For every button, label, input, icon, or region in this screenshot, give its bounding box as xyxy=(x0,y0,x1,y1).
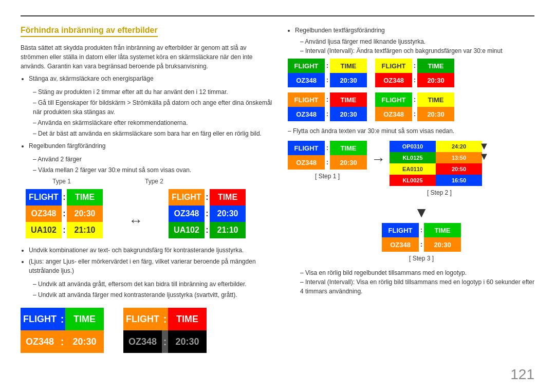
bullet-item: Stänga av, skärmsläckare och energisparl… xyxy=(29,74,272,83)
sm-oz-1: OZ348 xyxy=(288,73,325,87)
t2-oz-cell: OZ348 xyxy=(169,206,205,222)
right-bullet-1: Regelbunden textfärgsförändring xyxy=(295,26,534,35)
dash-item: Använd 2 färger xyxy=(33,155,272,164)
sm-flight-3: FLIGHT xyxy=(288,92,325,107)
step3-flight: FLIGHT xyxy=(382,223,419,237)
t2-colon-2: : xyxy=(205,206,210,222)
right-sm-board-4: FLIGHT : TIME OZ348 : 20:30 xyxy=(375,92,454,121)
sm-colon-4: : xyxy=(412,73,417,87)
sm-colon-8: : xyxy=(412,107,417,121)
s2-r1-right: 24:20 xyxy=(436,141,482,152)
sm-colon-5: : xyxy=(325,92,330,107)
bb1-2030-cell: 20:30 xyxy=(65,330,104,353)
sm-t-4: 20:30 xyxy=(417,107,454,121)
sm-colon-2: : xyxy=(325,73,330,87)
t2-colon-1: : xyxy=(205,189,210,206)
t2-ua-cell: UA102 xyxy=(169,222,205,238)
dash-item: Undvik att använda grått, eftersom det k… xyxy=(33,279,272,289)
bb1-colon-1: : xyxy=(59,308,65,330)
step3-t: 20:30 xyxy=(424,237,461,252)
t1-2110-cell: 21:10 xyxy=(67,222,103,238)
type-arrow: ↔ xyxy=(128,213,143,229)
sm-t-3: 20:30 xyxy=(330,107,367,121)
big-board-1: FLIGHT : TIME OZ348 : 20:30 xyxy=(21,308,108,353)
bb1-time-cell: TIME xyxy=(65,308,104,330)
type-boards-row: FLIGHT : TIME OZ348 : 20:30 UA102 : 21:1… xyxy=(26,189,272,238)
sm-colon-6: : xyxy=(325,107,330,121)
right-dash-item: Interval (Intervall): Ändra textfärgen o… xyxy=(300,46,534,55)
page-number: 121 xyxy=(510,366,534,383)
right-sm-board-1: FLIGHT : TIME OZ348 : 20:30 xyxy=(288,59,367,87)
step3-time: TIME xyxy=(424,223,461,237)
sm-flight-2: FLIGHT xyxy=(375,59,412,73)
step1-board: FLIGHT : TIME OZ348 : 20:30 xyxy=(288,141,367,170)
bullet-list-3: Undvik kombinationer av text- och bakgru… xyxy=(29,246,272,275)
t2-colon-3: : xyxy=(205,222,210,238)
bb2-time-cell: TIME xyxy=(168,308,207,330)
step3-oz: OZ348 xyxy=(382,237,419,252)
step3-board: FLIGHT : TIME OZ348 : 20:30 xyxy=(382,223,461,252)
right-dash-item: Använd ljusa färger med liknande ljussty… xyxy=(300,37,534,46)
dash-item: Gå till Egenskaper för bildskärm > Ström… xyxy=(33,98,272,117)
bb1-oz-cell: OZ348 xyxy=(21,330,59,353)
sm-time-3: TIME xyxy=(330,92,367,107)
right-dash-1: Använd ljusa färger med liknande ljussty… xyxy=(300,37,534,55)
step2-label: [ Step 2 ] xyxy=(427,189,452,196)
main-content: Förhindra inbränning av efterbilder Bäst… xyxy=(21,26,534,382)
right-dash-3: Visa en rörlig bild regelbundet tillsamm… xyxy=(300,268,534,296)
bb2-colon-2: : xyxy=(162,330,168,353)
type2-board: FLIGHT : TIME OZ348 : 20:30 UA102 : 21:1… xyxy=(169,189,246,238)
t2-2030-cell: 20:30 xyxy=(210,206,246,222)
s2-r1-left: OP0310 xyxy=(390,141,436,152)
type1-board: FLIGHT : TIME OZ348 : 20:30 UA102 : 21:1… xyxy=(26,189,103,238)
t1-2030-cell: 20:30 xyxy=(67,206,103,222)
step1-block: FLIGHT : TIME OZ348 : 20:30 [ Step 1 ] xyxy=(288,141,367,180)
big-board-2: FLIGHT : TIME OZ348 : 20:30 xyxy=(123,308,211,353)
bullet-item: (Ljus: anger Ljus- eller mörkervärdet i … xyxy=(29,257,272,275)
right-dash-item-2: Interval (Intervall): Visa en rörlig bil… xyxy=(300,277,534,296)
step2-block: OP0310 24:20 KL0125 13:50 EA0110 20:50 xyxy=(390,141,489,196)
dash-list-3: Undvik att använda grått, eftersom det k… xyxy=(33,279,272,300)
sm-flight-4: FLIGHT xyxy=(375,92,412,107)
step3-down-arrow: ▼ xyxy=(414,204,429,221)
t1-flight-cell: FLIGHT xyxy=(26,189,62,206)
sm-colon-7: : xyxy=(412,92,417,107)
down-arr-1: ▼ xyxy=(479,141,489,151)
down-arrows: ▼ ▼ xyxy=(479,141,489,161)
right-sm-board-2: FLIGHT : TIME OZ348 : 20:30 xyxy=(375,59,454,87)
bb2-2030-cell: 20:30 xyxy=(168,330,207,353)
sm-t-2: 20:30 xyxy=(417,73,454,87)
sm-oz-3: OZ348 xyxy=(288,107,325,121)
step1-t: 20:30 xyxy=(330,155,367,170)
bottom-boards: FLIGHT : TIME OZ348 : 20:30 FLIGHT : xyxy=(21,308,272,353)
bb1-flight-cell: FLIGHT xyxy=(21,308,59,330)
bullet-item: Undvik kombinationer av text- och bakgru… xyxy=(29,246,272,255)
step3-area: ▼ FLIGHT : TIME OZ348 : 20:30 [ Step 3 ] xyxy=(308,204,534,262)
t1-colon-2: : xyxy=(62,206,67,222)
bb2-flight-cell: FLIGHT xyxy=(123,308,162,330)
page: Förhindra inbränning av efterbilder Bäst… xyxy=(0,0,555,392)
s2-r3-right: 20:50 xyxy=(436,163,482,175)
right-sm-board-3: FLIGHT : TIME OZ348 : 20:30 xyxy=(288,92,367,121)
sm-time-2: TIME xyxy=(417,59,454,73)
bb1-colon-2: : xyxy=(59,330,65,353)
t1-time-cell: TIME xyxy=(67,189,103,206)
intro-text: Bästa sättet att skydda produkten från i… xyxy=(21,43,272,71)
dash-list-1: Stäng av produkten i 2 timmar efter att … xyxy=(33,87,272,138)
t2-flight-cell: FLIGHT xyxy=(169,189,205,206)
sm-t-1: 20:30 xyxy=(330,73,367,87)
type2-label: Type 2 xyxy=(118,178,190,185)
sm-oz-2: OZ348 xyxy=(375,73,412,87)
bb2-oz-cell: OZ348 xyxy=(123,330,162,353)
dash-item: Använda en skärmsläckare efter rekommend… xyxy=(33,118,272,127)
s2-r2-left: KL0125 xyxy=(390,152,436,163)
sm-colon-3: : xyxy=(412,59,417,73)
step1-to-step2-arrow: → xyxy=(367,151,390,167)
step1-flight: FLIGHT xyxy=(288,141,325,155)
t1-ua-cell: UA102 xyxy=(26,222,62,238)
s2-r2-right: 13:50 xyxy=(436,152,482,163)
right-boards-grid-2: FLIGHT : TIME OZ348 : 20:30 FLIGHT : xyxy=(288,92,534,121)
step-section: FLIGHT : TIME OZ348 : 20:30 [ Step 1 ] → xyxy=(288,141,534,196)
bullet-item: Regelbunden färgförändring xyxy=(29,141,272,151)
sm-time-4: TIME xyxy=(417,92,454,107)
